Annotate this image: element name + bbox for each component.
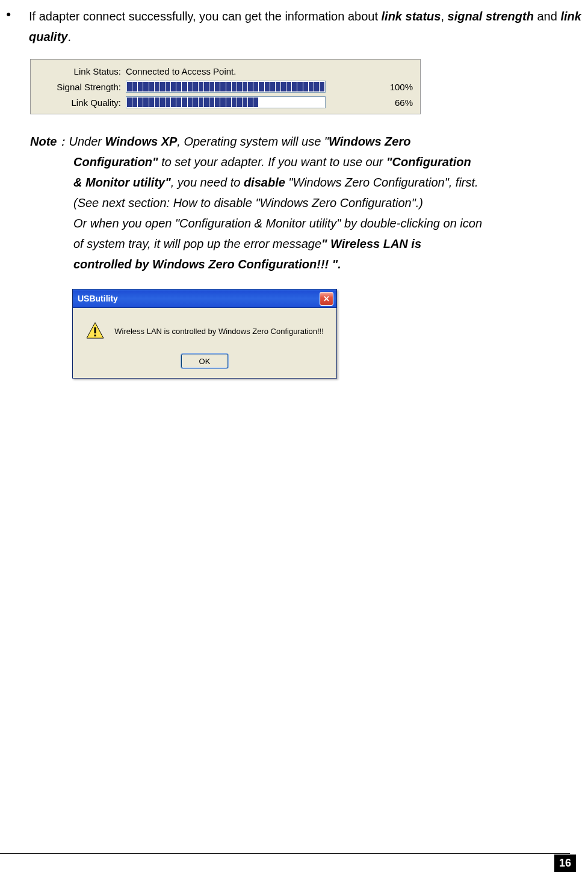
bar-segment [171, 82, 176, 91]
bar-segment [188, 82, 193, 91]
bar-segment [143, 82, 148, 91]
bar-segment [281, 82, 286, 91]
bar-segment [138, 97, 143, 107]
bar-segment [193, 82, 198, 91]
bar-segment [248, 97, 253, 107]
bar-segment [176, 82, 181, 91]
link-quality-bar [126, 96, 326, 108]
bar-segment [314, 97, 319, 107]
bar-segment [171, 97, 176, 107]
bar-segment [297, 82, 302, 91]
bar-segment [199, 97, 203, 107]
text: of system tray, it will pop up the error… [73, 237, 321, 250]
bar-segment [182, 97, 187, 107]
bar-segment [276, 97, 280, 107]
link-status-value: Connected to Access Point. [126, 66, 377, 76]
dialog-message: Wireless LAN is controlled by Windows Ze… [114, 327, 324, 336]
dialog-titlebar: USButility ✕ [73, 289, 336, 308]
bar-segment [220, 82, 225, 91]
bar-segment [270, 82, 275, 91]
text: , Operating system will use " [177, 135, 329, 148]
link-quality-percent: 66% [377, 97, 413, 108]
bar-segment [160, 82, 165, 91]
close-button[interactable]: ✕ [320, 292, 333, 306]
warning-icon [85, 321, 105, 341]
bar-segment [237, 97, 242, 107]
link-quality-bar-container [126, 96, 377, 108]
link-status-row: Link Status: Connected to Access Point. [38, 63, 413, 79]
bar-segment [199, 82, 203, 91]
bullet-marker: ● [6, 6, 29, 47]
bar-segment [259, 82, 264, 91]
bar-segment [226, 97, 231, 107]
bar-segment [127, 82, 132, 91]
signal-strength-percent: 100% [377, 82, 413, 92]
bar-segment [160, 97, 165, 107]
bar-segment [243, 82, 247, 91]
bar-segment [215, 97, 220, 107]
ok-button[interactable]: OK [181, 354, 228, 368]
bar-segment [209, 97, 214, 107]
bar-segment [204, 82, 209, 91]
bar-segment [193, 97, 198, 107]
bar-segment [265, 97, 270, 107]
bar-segment [309, 97, 314, 107]
text: , [441, 10, 447, 23]
text-bold: Configuration" [73, 155, 158, 168]
bar-segment [243, 97, 247, 107]
bullet-item: ● If adapter connect successfully, you c… [6, 6, 582, 47]
text-bold-italic: link status [382, 10, 441, 23]
bar-segment [232, 97, 237, 107]
bar-segment [303, 82, 308, 91]
bar-segment [204, 97, 209, 107]
bar-segment [270, 97, 275, 107]
svg-rect-0 [94, 327, 96, 333]
bar-segment [176, 97, 181, 107]
status-panel: Link Status: Connected to Access Point. … [30, 59, 421, 114]
bar-segment [320, 97, 324, 107]
link-status-label: Link Status: [38, 66, 126, 76]
bar-segment [220, 97, 225, 107]
bar-segment [138, 82, 143, 91]
bar-segment [232, 82, 237, 91]
note-prefix: Note [30, 135, 57, 148]
bar-segment [309, 82, 314, 91]
bar-segment [166, 97, 170, 107]
bar-segment [132, 97, 137, 107]
signal-strength-bar [126, 81, 326, 93]
bar-segment [286, 97, 291, 107]
text-bold: " Wireless LAN is [321, 237, 421, 250]
text: Or when you open "Configuration & Monito… [73, 217, 482, 230]
bar-segment [127, 97, 132, 107]
note-indent: Configuration" to set your adapter. If y… [30, 152, 582, 274]
text: Under [69, 135, 105, 148]
text: If adapter connect successfully, you can… [29, 10, 382, 23]
text-bold: disable [244, 176, 285, 189]
text: "Windows Zero Configuration", first. [285, 176, 478, 189]
signal-strength-row: Signal Strength: 100% [38, 79, 413, 94]
bar-segment [314, 82, 319, 91]
dialog-window: USButility ✕ Wireless LAN is controlled … [72, 289, 337, 379]
bar-segment [166, 82, 170, 91]
text: and [534, 10, 560, 23]
text: , you need to [171, 176, 244, 189]
text-bold: "Configuration [386, 155, 471, 168]
signal-strength-bar-container [126, 81, 377, 93]
text-bold: Windows Zero [329, 135, 410, 148]
bar-segment [281, 97, 286, 107]
text-bold-italic: signal strength [448, 10, 534, 23]
bar-segment [215, 82, 220, 91]
bar-segment [155, 82, 159, 91]
bar-segment [248, 82, 253, 91]
link-quality-row: Link Quality: 66% [38, 94, 413, 110]
bar-segment [286, 82, 291, 91]
close-icon: ✕ [323, 294, 330, 303]
bar-segment [253, 97, 258, 107]
bullet-text: If adapter connect successfully, you can… [29, 6, 582, 47]
dialog-title: USButility [78, 294, 320, 303]
bar-segment [182, 82, 187, 91]
svg-rect-1 [94, 335, 96, 336]
bar-segment [303, 97, 308, 107]
note-block: Note：Under Windows XP, Operating system … [6, 131, 582, 274]
bar-segment [276, 82, 280, 91]
